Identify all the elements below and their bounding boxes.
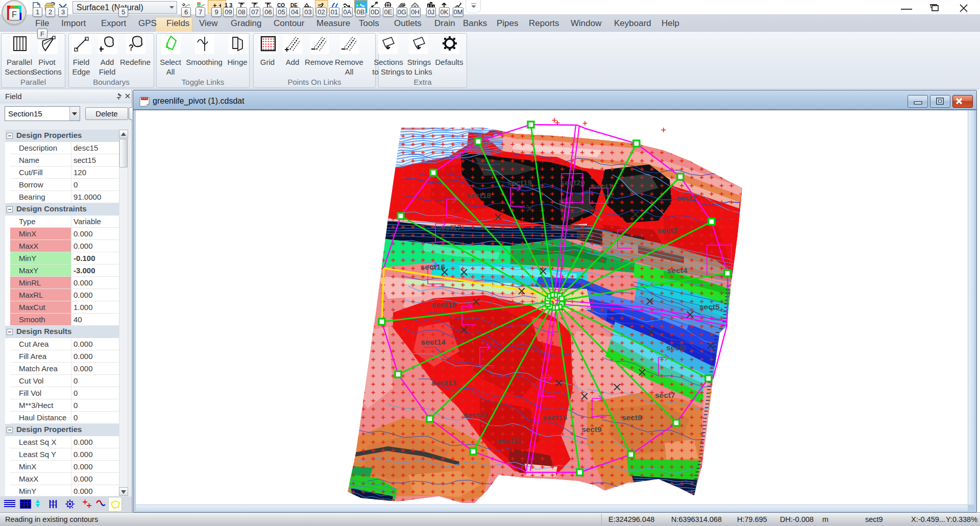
svg-text:sect10: sect10 bbox=[543, 413, 567, 422]
svg-text:sect5: sect5 bbox=[699, 302, 720, 311]
svg-text:?: ? bbox=[129, 43, 134, 52]
svg-text:sect1: sect1 bbox=[592, 182, 612, 190]
svg-text:sect8: sect8 bbox=[622, 413, 642, 422]
svg-text:sect6: sect6 bbox=[666, 343, 687, 352]
svg-text:sect20: sect20 bbox=[560, 178, 585, 187]
svg-text:sect19: sect19 bbox=[507, 178, 532, 187]
svg-text:sect15: sect15 bbox=[432, 300, 457, 309]
svg-text:sect18: sect18 bbox=[467, 191, 492, 200]
svg-text:sect11: sect11 bbox=[497, 436, 522, 445]
svg-text:sect13: sect13 bbox=[432, 378, 457, 387]
svg-text:sect7: sect7 bbox=[655, 391, 675, 399]
svg-text:sect9: sect9 bbox=[581, 425, 602, 434]
svg-text:sect12: sect12 bbox=[463, 411, 488, 419]
svg-text:sect4: sect4 bbox=[667, 266, 688, 275]
svg-text:sect14: sect14 bbox=[421, 338, 446, 346]
svg-text:sect2: sect2 bbox=[676, 194, 697, 202]
svg-text:sect3: sect3 bbox=[657, 226, 677, 234]
svg-text:sect17: sect17 bbox=[437, 223, 461, 232]
